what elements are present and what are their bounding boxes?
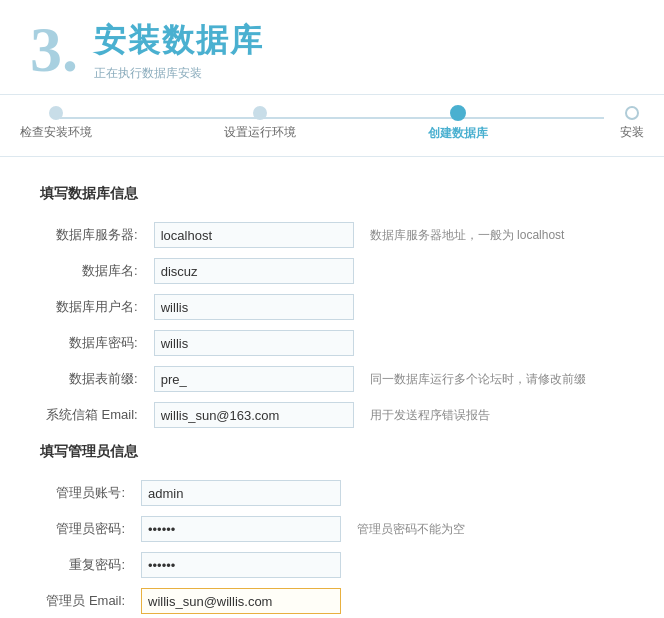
page-header: 3. 安装数据库 正在执行数据库安装 — [0, 0, 664, 95]
step-label-1: 检查安装环境 — [20, 124, 92, 141]
db-password-label: 数据库密码: — [40, 325, 148, 361]
db-username-input[interactable] — [154, 294, 354, 320]
db-section-title: 填写数据库信息 — [40, 185, 624, 203]
db-prefix-label: 数据表前缀: — [40, 361, 148, 397]
progress-bar: 检查安装环境 设置运行环境 创建数据库 安装 — [0, 95, 664, 157]
admin-confirm-cell — [135, 547, 347, 583]
admin-account-input[interactable] — [141, 480, 341, 506]
db-prefix-input[interactable] — [154, 366, 354, 392]
admin-email-hint — [347, 583, 624, 618]
db-prefix-cell — [148, 361, 360, 397]
db-prefix-hint: 同一数据库运行多个论坛时，请修改前缀 — [360, 361, 624, 397]
admin-password-hint: 管理员密码不能为空 — [347, 511, 624, 547]
db-name-input[interactable] — [154, 258, 354, 284]
db-server-label: 数据库服务器: — [40, 217, 148, 253]
db-server-input[interactable] — [154, 222, 354, 248]
admin-email-input[interactable] — [141, 588, 341, 614]
page-title: 安装数据库 — [94, 19, 264, 63]
progress-line — [60, 117, 604, 119]
table-row: 管理员密码: 管理员密码不能为空 — [40, 511, 624, 547]
db-name-hint — [360, 253, 624, 289]
admin-confirm-input[interactable] — [141, 552, 341, 578]
admin-form-table: 管理员账号: 管理员密码: 管理员密码不能为空 重复密码: 管理员 Email: — [40, 475, 624, 618]
db-username-label: 数据库用户名: — [40, 289, 148, 325]
step-create-db: 创建数据库 — [428, 105, 488, 142]
step-install: 安装 — [620, 106, 644, 141]
step-label-4: 安装 — [620, 124, 644, 141]
main-content: 填写数据库信息 数据库服务器: 数据库服务器地址，一般为 localhost 数… — [0, 157, 664, 618]
table-row: 重复密码: — [40, 547, 624, 583]
table-row: 管理员 Email: — [40, 583, 624, 618]
table-row: 管理员账号: — [40, 475, 624, 511]
step-dot-1 — [49, 106, 63, 120]
admin-password-cell — [135, 511, 347, 547]
step-label-3: 创建数据库 — [428, 125, 488, 142]
db-form-table: 数据库服务器: 数据库服务器地址，一般为 localhost 数据库名: 数据库… — [40, 217, 624, 433]
db-email-hint: 用于发送程序错误报告 — [360, 397, 624, 433]
admin-confirm-label: 重复密码: — [40, 547, 135, 583]
table-row: 数据表前缀: 同一数据库运行多个论坛时，请修改前缀 — [40, 361, 624, 397]
admin-account-cell — [135, 475, 347, 511]
admin-confirm-hint — [347, 547, 624, 583]
db-username-cell — [148, 289, 360, 325]
header-text: 安装数据库 正在执行数据库安装 — [94, 19, 264, 82]
db-name-label: 数据库名: — [40, 253, 148, 289]
db-password-cell — [148, 325, 360, 361]
admin-email-cell — [135, 583, 347, 618]
step-dot-3 — [450, 105, 466, 121]
step-dot-4 — [625, 106, 639, 120]
page-subtitle: 正在执行数据库安装 — [94, 65, 264, 82]
db-email-label: 系统信箱 Email: — [40, 397, 148, 433]
admin-section-title: 填写管理员信息 — [40, 443, 624, 461]
step-label-2: 设置运行环境 — [224, 124, 296, 141]
step-check-env: 检查安装环境 — [20, 106, 92, 141]
db-password-hint — [360, 325, 624, 361]
db-password-input[interactable] — [154, 330, 354, 356]
table-row: 数据库服务器: 数据库服务器地址，一般为 localhost — [40, 217, 624, 253]
table-row: 系统信箱 Email: 用于发送程序错误报告 — [40, 397, 624, 433]
db-email-input[interactable] — [154, 402, 354, 428]
db-server-cell — [148, 217, 360, 253]
step-set-env: 设置运行环境 — [224, 106, 296, 141]
db-name-cell — [148, 253, 360, 289]
db-server-hint: 数据库服务器地址，一般为 localhost — [360, 217, 624, 253]
admin-account-hint — [347, 475, 624, 511]
db-email-cell — [148, 397, 360, 433]
admin-email-label: 管理员 Email: — [40, 583, 135, 618]
step-number: 3. — [30, 18, 78, 82]
table-row: 数据库密码: — [40, 325, 624, 361]
admin-password-label: 管理员密码: — [40, 511, 135, 547]
table-row: 数据库用户名: — [40, 289, 624, 325]
admin-account-label: 管理员账号: — [40, 475, 135, 511]
step-dot-2 — [253, 106, 267, 120]
admin-password-input[interactable] — [141, 516, 341, 542]
table-row: 数据库名: — [40, 253, 624, 289]
db-username-hint — [360, 289, 624, 325]
